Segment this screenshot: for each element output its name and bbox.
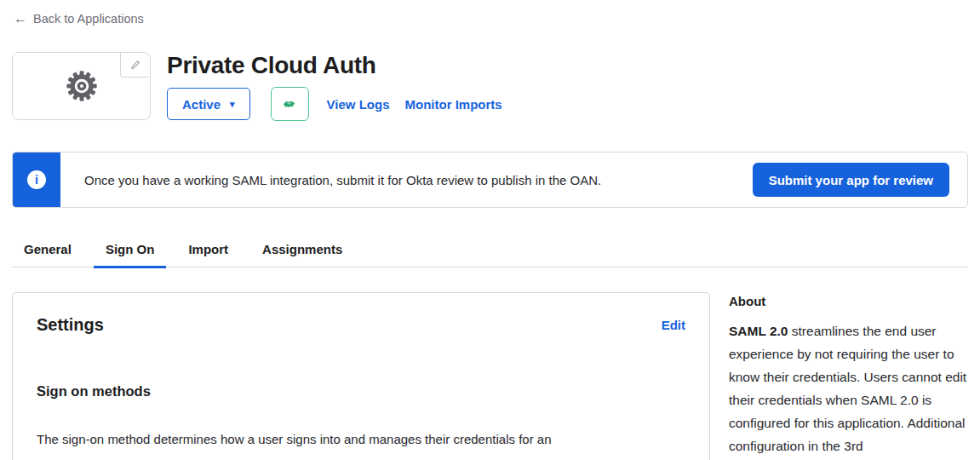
edit-logo-button[interactable] [120,53,150,78]
main-content: Settings Edit Sign on methods The sign-o… [12,292,967,460]
page-title: Private Cloud Auth [167,52,502,79]
settings-heading: Settings [37,315,104,335]
status-label: Active [182,97,221,112]
back-to-applications-link[interactable]: ← Back to Applications [14,12,144,26]
about-panel: About SAML 2.0 streamlines the end user … [729,292,967,457]
edit-settings-link[interactable]: Edit [662,318,685,332]
app-header: Private Cloud Auth Active ▾ View Logs Mo… [12,52,966,121]
banner-message: Once you have a working SAML integration… [60,173,753,187]
partner-handshake-button[interactable] [271,87,309,121]
submit-app-for-review-button[interactable]: Submit your app for review [753,163,949,197]
monitor-imports-link[interactable]: Monitor Imports [404,97,501,112]
about-body-text: streamlines the end user experience by n… [729,324,966,453]
settings-card-header: Settings Edit [37,315,685,335]
app-title-block: Private Cloud Auth Active ▾ View Logs Mo… [167,52,502,121]
pencil-icon [129,59,141,71]
info-icon-block: i [13,152,60,207]
chevron-down-icon: ▾ [230,100,235,109]
tab-general[interactable]: General [12,237,83,268]
about-text: SAML 2.0 streamlines the end user experi… [729,319,967,457]
handshake-icon [282,96,297,112]
about-heading: About [729,294,967,308]
app-controls: Active ▾ View Logs Monitor Imports [167,87,502,121]
app-logo-card [12,52,151,120]
back-arrow-icon: ← [14,12,27,26]
sign-on-methods-heading: Sign on methods [37,383,685,400]
info-icon: i [27,170,46,189]
view-logs-link[interactable]: View Logs [327,97,390,112]
back-link-label: Back to Applications [33,12,144,26]
about-lead: SAML 2.0 [729,324,788,338]
status-dropdown[interactable]: Active ▾ [167,88,250,120]
sign-on-methods-description: The sign-on method determines how a user… [37,430,658,450]
app-detail-page: ← Back to Applications [0,0,980,460]
tab-import[interactable]: Import [176,237,240,268]
tab-sign-on[interactable]: Sign On [94,237,167,268]
tab-assignments[interactable]: Assignments [250,237,354,268]
gear-icon [62,66,101,106]
review-info-banner: i Once you have a working SAML integrati… [12,152,968,208]
app-tab-bar: General Sign On Import Assignments [12,237,968,267]
settings-card: Settings Edit Sign on methods The sign-o… [12,292,710,460]
